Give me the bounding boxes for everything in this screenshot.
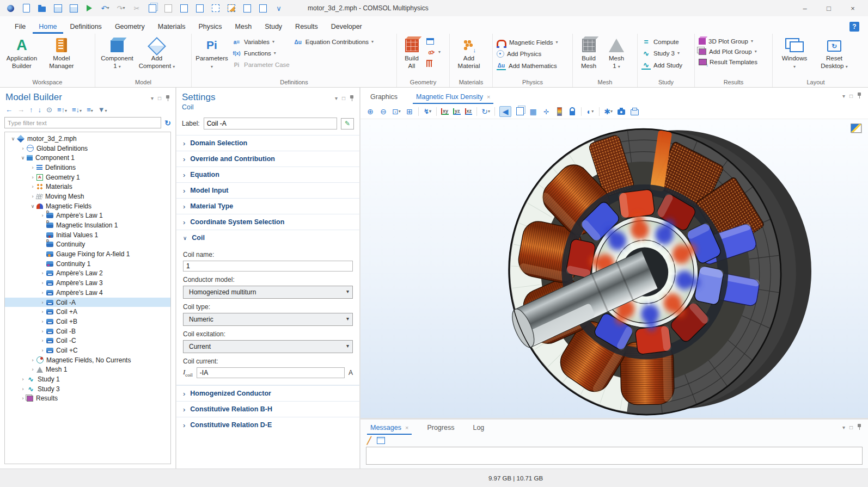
tree-item[interactable]: ∨ Magnetic Fields: [5, 201, 170, 211]
select-box-icon[interactable]: [211, 3, 221, 13]
panel-pin-icon[interactable]: [857, 93, 861, 99]
tree-item[interactable]: Initial Values 1: [5, 230, 170, 240]
qat-more-icon[interactable]: ∨: [274, 3, 284, 13]
tree-item[interactable]: › Coil -C: [5, 336, 170, 346]
tree-item[interactable]: › Magnetic Fields, No Currents: [5, 355, 170, 365]
tab-graphics[interactable]: Graphics: [367, 89, 401, 104]
tree-item[interactable]: › Study 3: [5, 384, 170, 394]
clear-selection-icon[interactable]: [227, 3, 236, 13]
conductor-model-select[interactable]: Homogenized multiturn: [183, 286, 353, 299]
settings-section-header[interactable]: Homogenized Conductor: [176, 385, 359, 401]
tab-close-icon[interactable]: ×: [405, 424, 408, 431]
windows-button[interactable]: Windows▾: [775, 35, 814, 70]
tree-item[interactable]: › Study 1: [5, 374, 170, 384]
tree-expander-icon[interactable]: ›: [29, 175, 36, 180]
save-icon[interactable]: [53, 3, 63, 13]
menu-geometry[interactable]: Geometry: [109, 19, 151, 34]
tree-item[interactable]: › Global Definitions: [5, 144, 170, 153]
tree-item[interactable]: › Materials: [5, 182, 170, 192]
tree-expander-icon[interactable]: ›: [19, 146, 27, 151]
zoom-out-icon[interactable]: ⊖: [379, 107, 388, 116]
menu-developer[interactable]: Developer: [325, 19, 368, 34]
insert-sequence-button[interactable]: [425, 38, 442, 45]
application-builder-button[interactable]: A ApplicationBuilder: [2, 35, 41, 70]
go-to-view-icon[interactable]: ↯▾: [423, 107, 432, 116]
rename-apply-icon[interactable]: ✎: [341, 118, 354, 130]
snapshot-icon[interactable]: [617, 107, 626, 116]
variables-button[interactable]: Variables ▾: [230, 38, 291, 46]
tree-filter-input[interactable]: [4, 117, 161, 128]
build-all-button[interactable]: BuildAll: [399, 35, 424, 70]
tree-expander-icon[interactable]: ›: [19, 386, 27, 392]
tree-expander-icon[interactable]: ›: [39, 290, 46, 295]
equation-contributions-button[interactable]: Equation Contributions ▾: [292, 38, 375, 46]
forward-icon[interactable]: →: [17, 106, 25, 114]
scene-light-icon[interactable]: ◀: [499, 106, 511, 117]
tree-expander-icon[interactable]: ∨: [29, 204, 36, 209]
color-legend-icon[interactable]: [555, 107, 564, 116]
refresh-icon[interactable]: ↻: [164, 119, 171, 127]
tree-item[interactable]: › Ampère's Law 2: [5, 269, 170, 279]
virtual-operations-button[interactable]: [425, 60, 442, 67]
duplicate-icon[interactable]: [179, 3, 189, 13]
show-axes-icon[interactable]: ⊹: [542, 107, 551, 116]
tree-item[interactable]: › Coil +A: [5, 307, 170, 317]
coil-section-header[interactable]: Coil: [176, 230, 359, 245]
tree-expander-icon[interactable]: ›: [39, 213, 46, 218]
tree-item[interactable]: › Mesh 1: [5, 365, 170, 375]
tree-expander-icon[interactable]: ›: [29, 184, 36, 189]
tree-item[interactable]: Continuity 1: [5, 259, 170, 269]
settings-section-header[interactable]: Equation: [176, 167, 359, 182]
model-tree-nodes-icon[interactable]: ≡▾: [87, 106, 93, 114]
tree-expander-icon[interactable]: ›: [39, 338, 46, 343]
settings-section-header[interactable]: Constitutive Relation B-H: [176, 401, 359, 417]
rotate-icon[interactable]: ↻▾: [481, 107, 490, 116]
print-icon[interactable]: [630, 107, 639, 116]
add-component-button[interactable]: AddComponent ▾: [137, 35, 176, 70]
move-down-icon[interactable]: ↓: [38, 106, 42, 114]
tree-item[interactable]: › Ampère's Law 1: [5, 211, 170, 221]
panel-float-icon[interactable]: □: [849, 424, 853, 430]
panel-pin-icon[interactable]: [857, 424, 861, 430]
tree-item[interactable]: › Coil +B: [5, 317, 170, 326]
study-3-button[interactable]: Study 3 ▾: [640, 50, 684, 57]
tree-expander-icon[interactable]: ›: [29, 165, 36, 170]
zoom-extents-icon[interactable]: ⊞: [405, 107, 414, 116]
tree-expander-icon[interactable]: ›: [39, 319, 46, 324]
add-mathematics-button[interactable]: Add Mathematics: [495, 61, 560, 70]
panel-float-icon[interactable]: □: [342, 95, 345, 101]
settings-section-header[interactable]: Constitutive Relation D-E: [176, 417, 359, 433]
paste-icon[interactable]: [163, 3, 173, 13]
settings-section-header[interactable]: Material Type: [176, 198, 359, 214]
tree-expander-icon[interactable]: ›: [39, 300, 46, 305]
tree-item[interactable]: ∨ motor_3d_2.mph: [5, 134, 170, 144]
3d-plot-group-button[interactable]: 3D Plot Group ▾: [697, 38, 759, 45]
back-icon[interactable]: ←: [5, 106, 13, 114]
filter-icon[interactable]: ▼▾: [98, 106, 107, 114]
undo-icon[interactable]: ↶▾: [100, 3, 110, 13]
reset-desktop-button[interactable]: ResetDesktop ▾: [815, 35, 854, 70]
tab-progress[interactable]: Progress: [424, 420, 457, 435]
delete-icon[interactable]: [195, 3, 205, 13]
tree-item[interactable]: Gauge Fixing for A-field 1: [5, 249, 170, 259]
tree-expander-icon[interactable]: ›: [39, 270, 46, 276]
coil-excitation-select[interactable]: Current: [183, 340, 353, 353]
tree-item[interactable]: › Ampère's Law 4: [5, 288, 170, 298]
panel-menu-icon[interactable]: ▾: [842, 424, 845, 430]
magnetic-fields-button[interactable]: Magnetic Fields ▾: [495, 38, 560, 46]
menu-materials[interactable]: Materials: [152, 19, 192, 34]
zoom-in-icon[interactable]: ⊕: [366, 107, 375, 116]
settings-section-header[interactable]: Coordinate System Selection: [176, 214, 359, 230]
panel-pin-icon[interactable]: [350, 95, 354, 102]
menu-results[interactable]: Results: [289, 19, 324, 34]
settings-section-header[interactable]: Domain Selection: [176, 135, 359, 151]
lock-camera-icon[interactable]: [568, 107, 577, 116]
tree-item[interactable]: › Ampère's Law 3: [5, 278, 170, 288]
rebuild-button[interactable]: ▾: [425, 48, 442, 56]
view-xz-icon[interactable]: xz: [465, 108, 473, 115]
tree-expander-icon[interactable]: ∨: [9, 136, 17, 141]
add-physics-button[interactable]: Add Physics: [495, 50, 560, 58]
panel-float-icon[interactable]: □: [849, 93, 853, 99]
tree-item[interactable]: › Results: [5, 394, 170, 404]
panel-menu-icon[interactable]: ▾: [842, 93, 845, 99]
